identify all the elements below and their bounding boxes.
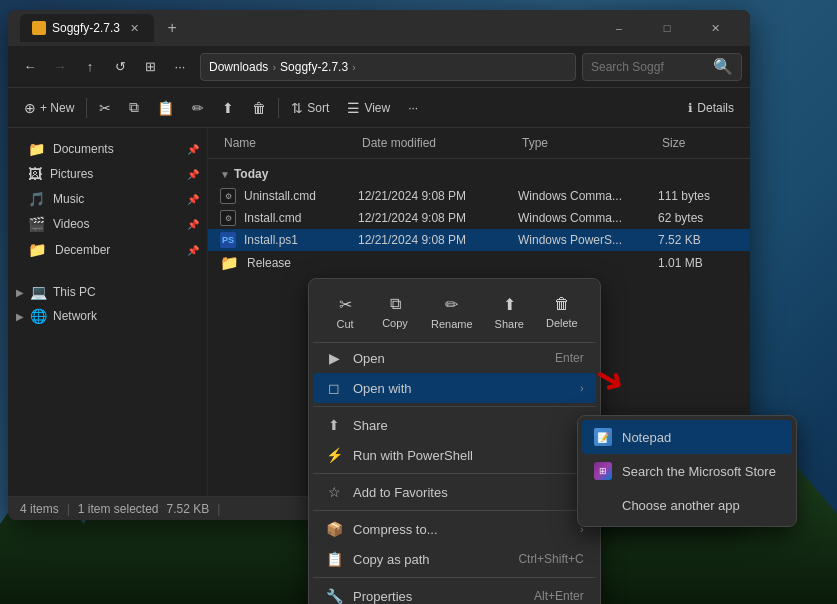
ctx-copy-icon: ⧉ [390,295,401,313]
ctx-properties-label: Properties [353,589,524,604]
ctx-compress-item[interactable]: 📦 Compress to... › [313,514,596,544]
file-label-install-cmd: Install.cmd [244,211,301,225]
search-input[interactable] [591,60,709,74]
submenu-notepad-item[interactable]: 📝 Notepad [582,420,792,454]
file-row-release[interactable]: 📁 Release 1.01 MB [208,251,750,275]
sidebar-item-december[interactable]: 📁 December 📌 [12,237,203,263]
breadcrumb-downloads[interactable]: Downloads [209,60,268,74]
group-today: ▼ Today [208,159,750,185]
ctx-properties-item[interactable]: 🔧 Properties Alt+Enter [313,581,596,604]
cut-button[interactable]: ✂ [91,96,119,120]
ctx-cut-button[interactable]: ✂ Cut [321,289,369,336]
pin-icon-documents: 📌 [187,144,199,155]
close-button[interactable]: ✕ [692,12,738,44]
file-list-header: Name Date modified Type Size [208,128,750,159]
nav-more-button[interactable]: ··· [166,53,194,81]
share-icon: ⬆ [222,100,234,116]
file-size-release: 1.01 MB [658,256,738,270]
file-row-install-cmd[interactable]: ⚙ Install.cmd 12/21/2024 9:08 PM Windows… [208,207,750,229]
title-bar: Soggfy-2.7.3 ✕ + – □ ✕ [8,10,750,46]
column-name: Name [220,134,358,152]
ctx-open-with-item[interactable]: ◻ Open with › [313,373,596,403]
view-selector-button[interactable]: ⊞ [136,53,164,81]
tab-close-button[interactable]: ✕ [126,20,142,36]
sidebar-item-documents[interactable]: 📁 Documents 📌 [12,137,203,161]
refresh-button[interactable]: ↺ [106,53,134,81]
ctx-rename-icon: ✏ [445,295,458,314]
sidebar: 📁 Documents 📌 🖼 Pictures 📌 🎵 Music 📌 🎬 V… [8,128,208,496]
view-label: View [364,101,390,115]
ctx-open-with-icon: ◻ [325,380,343,396]
new-icon: ⊕ [24,100,36,116]
new-label: + New [40,101,74,115]
ctx-share-button[interactable]: ⬆ Share [485,289,534,336]
maximize-button[interactable]: □ [644,12,690,44]
ctx-open-label: Open [353,351,545,366]
submenu-other-item[interactable]: Choose another app [582,488,792,522]
minimize-button[interactable]: – [596,12,642,44]
ctx-delete-button[interactable]: 🗑 Delete [536,289,588,336]
expand-icon-network: ▶ [16,311,24,322]
context-menu-top-actions: ✂ Cut ⧉ Copy ✏ Rename ⬆ Share 🗑 Delete [313,283,596,343]
address-bar[interactable]: Downloads › Soggfy-2.7.3 › [200,53,576,81]
store-icon: ⊞ [594,462,612,480]
details-icon: ℹ [688,101,693,115]
cmd-icon-uninstall: ⚙ [220,188,236,204]
ctx-favorites-item[interactable]: ☆ Add to Favorites [313,477,596,507]
december-icon: 📁 [28,241,47,259]
pictures-icon: 🖼 [28,166,42,182]
submenu-store-label: Search the Microsoft Store [622,464,776,479]
share-button[interactable]: ⬆ [214,96,242,120]
new-button[interactable]: ⊕ + New [16,96,82,120]
file-size-install-cmd: 62 bytes [658,211,738,225]
breadcrumb-arrow-2: › [352,61,356,73]
forward-button[interactable]: → [46,53,74,81]
sidebar-item-pictures[interactable]: 🖼 Pictures 📌 [12,162,203,186]
sort-button[interactable]: ⇅ Sort [283,96,337,120]
cmd-separator-1 [86,98,87,118]
pin-icon-videos: 📌 [187,219,199,230]
file-row-install-ps1[interactable]: PS Install.ps1 12/21/2024 9:08 PM Window… [208,229,750,251]
rename-icon: ✏ [192,100,204,116]
sidebar-item-videos[interactable]: 🎬 Videos 📌 [12,212,203,236]
pin-icon-music: 📌 [187,194,199,205]
up-button[interactable]: ↑ [76,53,104,81]
view-button[interactable]: ☰ View [339,96,398,120]
sidebar-label-videos: Videos [53,217,89,231]
explorer-tab[interactable]: Soggfy-2.7.3 ✕ [20,14,154,42]
status-sep-1: | [67,502,70,516]
sidebar-section-thispc[interactable]: ▶ 💻 This PC [8,280,207,304]
submenu-store-item[interactable]: ⊞ Search the Microsoft Store [582,454,792,488]
navigation-toolbar: ← → ↑ ↺ ⊞ ··· Downloads › Soggfy-2.7.3 ›… [8,46,750,88]
copy-button[interactable]: ⧉ [121,95,147,120]
sidebar-section-network[interactable]: ▶ 🌐 Network [8,304,207,328]
ctx-copy-path-item[interactable]: 📋 Copy as path Ctrl+Shift+C [313,544,596,574]
breadcrumb-soggfy[interactable]: Soggfy-2.7.3 [280,60,348,74]
sidebar-label-documents: Documents [53,142,114,156]
new-tab-button[interactable]: + [158,14,186,42]
ctx-run-ps-item[interactable]: ⚡ Run with PowerShell [313,440,596,470]
ctx-open-with-arrow: › [580,382,584,394]
file-type-install-cmd: Windows Comma... [518,211,658,225]
command-bar: ⊕ + New ✂ ⧉ 📋 ✏ ⬆ 🗑 ⇅ Sort ☰ View [8,88,750,128]
sidebar-label-music: Music [53,192,84,206]
details-button[interactable]: ℹ Details [680,97,742,119]
ctx-open-item[interactable]: ▶ Open Enter [313,343,596,373]
file-row-uninstall[interactable]: ⚙ Uninstall.cmd 12/21/2024 9:08 PM Windo… [208,185,750,207]
delete-button[interactable]: 🗑 [244,96,274,120]
ctx-rename-button[interactable]: ✏ Rename [421,289,483,336]
back-button[interactable]: ← [16,53,44,81]
ps1-icon-install: PS [220,232,236,248]
sidebar-label-network: Network [53,309,97,323]
more-options-button[interactable]: ··· [400,97,426,119]
copy-icon: ⧉ [129,99,139,116]
sidebar-item-music[interactable]: 🎵 Music 📌 [12,187,203,211]
submenu-other-label: Choose another app [622,498,740,513]
search-bar[interactable]: 🔍 [582,53,742,81]
paste-button[interactable]: 📋 [149,96,182,120]
ctx-properties-icon: 🔧 [325,588,343,604]
rename-button[interactable]: ✏ [184,96,212,120]
tab-title: Soggfy-2.7.3 [52,21,120,35]
ctx-copy-button[interactable]: ⧉ Copy [371,289,419,336]
ctx-share-item[interactable]: ⬆ Share [313,410,596,440]
